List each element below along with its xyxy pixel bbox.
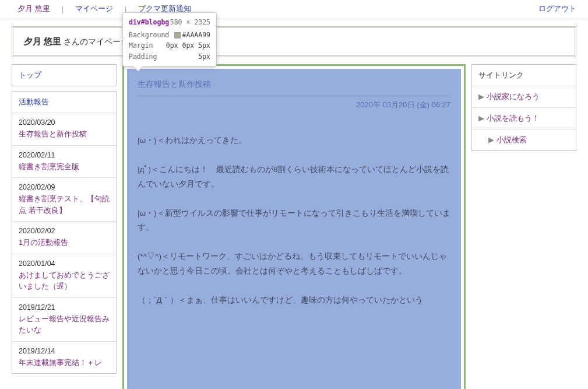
sitelinks-panel: サイトリンク ▶小説家になろう▶小説を読もう！▶小説検索 (471, 64, 576, 151)
tooltip-selector: div#blogbg (129, 18, 169, 26)
sitelink-item[interactable]: ▶小説を読もう！ (472, 108, 576, 129)
tooltip-row: Background#AAAA99 (129, 30, 210, 40)
top-nav: 夕月 悠里 | マイページ | ブクマ更新通知 ログアウト (0, 0, 588, 19)
blog-body: |ω・)＜われはかえってきた。|дﾟ)＜こんにちは！ 最近読むものが8割くらい技… (138, 134, 450, 307)
activity-post-item[interactable]: 2020/02/021月の活動報告 (12, 222, 116, 254)
sitelink-label[interactable]: 小説を読もう！ (487, 114, 540, 122)
post-title-link[interactable]: 縦書き割烹完全版 (19, 161, 110, 173)
blog-paragraph: (*^▽^)＜リモートワーク、すごいはかどるね。もう収束してもリモートでいいんじ… (138, 250, 450, 278)
post-date: 2020/01/04 (19, 260, 110, 268)
activity-post-item[interactable]: 2020/02/11縦書き割烹完全版 (12, 146, 116, 178)
tooltip-key: Margin (129, 40, 153, 51)
sitelink-label[interactable]: 小説検索 (497, 135, 527, 144)
tooltip-key: Padding (129, 51, 157, 62)
post-title-link[interactable]: 1月の活動報告 (19, 237, 110, 248)
nav-username[interactable]: 夕月 悠里 (12, 3, 56, 14)
tooltip-value: 5px (198, 51, 210, 62)
activity-header[interactable]: 活動報告 (12, 92, 116, 113)
blog-paragraph: |дﾟ)＜こんにちは！ 最近読むものが8割くらい技術本になっていてほとんど小説を… (138, 163, 450, 191)
nav-separator: | (56, 5, 69, 13)
nav-logout-link[interactable]: ログアウト (538, 4, 576, 13)
post-date: 2019/12/14 (19, 347, 110, 355)
top-nav-right: ログアウト (538, 3, 576, 14)
activity-panel: 活動報告 2020/03/20生存報告と新作投稿2020/02/11縦書き割烹完… (12, 91, 117, 374)
right-column: サイトリンク ▶小説家になろう▶小説を読もう！▶小説検索 (471, 64, 576, 156)
post-date: 2020/02/11 (19, 151, 110, 159)
activity-post-item[interactable]: 2019/12/21レビュー報告や近況報告みたいな (12, 298, 116, 342)
blog-title: 生存報告と新作投稿 (138, 77, 450, 96)
top-panel: トップ (12, 64, 117, 86)
post-date: 2020/03/20 (19, 118, 110, 127)
color-swatch-icon (174, 32, 181, 38)
post-title-link[interactable]: 年末連載無事完結！＋レ (19, 357, 110, 369)
blog-date: 2020年 03月20日 (金) 06:27 (138, 100, 450, 110)
header-suffix: さんのマイページ (61, 37, 129, 46)
post-date: 2020/02/02 (19, 227, 110, 235)
post-date: 2020/02/09 (19, 183, 110, 191)
post-title-link[interactable]: あけましておめでとうございました（遅） (19, 269, 110, 292)
tooltip-value: 0px 0px 5px (166, 40, 210, 51)
post-date: 2019/12/21 (19, 303, 110, 311)
blog-paragraph: （；´Д｀）＜まぁ、仕事はいいんですけど、趣味の方は何やっていたかという (138, 293, 450, 307)
center-column: 生存報告と新作投稿 2020年 03月20日 (金) 06:27 |ω・)＜われ… (122, 64, 466, 389)
post-title-link[interactable]: 生存報告と新作投稿 (19, 128, 110, 140)
sitelinks-header: サイトリンク (472, 65, 576, 86)
triangle-icon: ▶ (488, 135, 494, 144)
tooltip-key: Background (129, 30, 169, 40)
activity-post-item[interactable]: 2020/03/20生存報告と新作投稿 (12, 113, 116, 146)
header-username: 夕月 悠里 (24, 36, 61, 46)
sitelink-label[interactable]: 小説家になろう (487, 92, 540, 101)
triangle-icon: ▶ (478, 92, 484, 101)
post-title-link[interactable]: 縦書き割烹テスト。【句読点 若干改良】 (19, 193, 110, 216)
devtools-tooltip: div#blogbg 580 × 2325 Background#AAAA99M… (122, 12, 217, 66)
blog-paragraph: |ω・)＜新型ウイルスの影響で仕事がリモートになって引きこもり生活を満喫していま… (138, 206, 450, 235)
sitelink-item[interactable]: ▶小説検索 (472, 129, 576, 150)
triangle-icon: ▶ (478, 114, 484, 122)
activity-post-item[interactable]: 2020/01/04あけましておめでとうございました（遅） (12, 254, 116, 298)
post-title-link[interactable]: レビュー報告や近況報告みたいな (19, 313, 110, 336)
blog-bg: 生存報告と新作投稿 2020年 03月20日 (金) 06:27 |ω・)＜われ… (127, 69, 461, 389)
top-link[interactable]: トップ (12, 65, 116, 86)
activity-post-item[interactable]: 2019/12/14年末連載無事完結！＋レ (12, 342, 116, 374)
tooltip-row: Margin0px 0px 5px (129, 40, 210, 51)
tooltip-dimensions: 580 × 2325 (170, 18, 210, 26)
activity-post-item[interactable]: 2020/02/09縦書き割烹テスト。【句読点 若干改良】 (12, 178, 116, 222)
nav-mypage-link[interactable]: マイページ (69, 3, 119, 14)
blog-outer-border: 生存報告と新作投稿 2020年 03月20日 (金) 06:27 |ω・)＜われ… (122, 64, 466, 389)
tooltip-value: #AAAA99 (174, 30, 210, 40)
page-header-box: 夕月 悠里 さんのマイページ (12, 26, 576, 57)
sitelink-item[interactable]: ▶小説家になろう (472, 86, 576, 108)
left-column: トップ 活動報告 2020/03/20生存報告と新作投稿2020/02/11縦書… (12, 64, 117, 379)
tooltip-row: Padding5px (129, 51, 210, 62)
main-container: トップ 活動報告 2020/03/20生存報告と新作投稿2020/02/11縦書… (0, 57, 588, 389)
blog-paragraph: |ω・)＜われはかえってきた。 (138, 134, 450, 148)
